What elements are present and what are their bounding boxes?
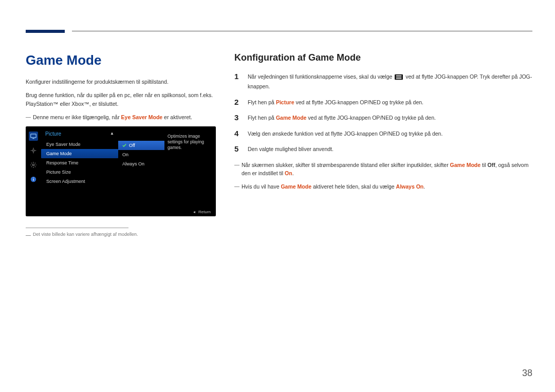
svg-rect-0 bbox=[31, 134, 36, 138]
restriction-note: Denne menu er ikke tilgængelig, når Eye … bbox=[26, 113, 216, 121]
left-arrow-icon: ◂ bbox=[193, 210, 195, 214]
image-disclaimer: Det viste billede kan variere afhængigt … bbox=[26, 231, 216, 238]
checkmark-icon bbox=[122, 143, 126, 147]
behavior-note-2: Hvis du vil have Game Mode aktiveret hel… bbox=[234, 182, 532, 191]
intro-paragraph-2: Brug denne funktion, når du spiller på e… bbox=[26, 91, 216, 108]
step-5: 5 Den valgte mulighed bliver anvendt. bbox=[234, 145, 532, 154]
svg-rect-6 bbox=[33, 178, 33, 178]
osd-value-off: Off bbox=[118, 141, 164, 150]
osd-return-label: Return bbox=[198, 210, 211, 214]
step-1: 1 Når vejledningen til funktionsknappern… bbox=[234, 72, 532, 91]
gear-icon bbox=[29, 160, 38, 170]
page-number: 38 bbox=[522, 368, 532, 379]
osd-item-eyesaver: Eye Saver Mode bbox=[41, 140, 118, 149]
osd-item-picsize: Picture Size bbox=[41, 167, 118, 177]
osd-item-screenadj: Screen Adjustment bbox=[41, 177, 118, 186]
header-rule bbox=[26, 30, 532, 37]
osd-preview: Picture ▲ Eye Saver Mode Game Mode Respo… bbox=[26, 126, 216, 216]
osd-description: Optimizes image settings for playing gam… bbox=[164, 129, 216, 216]
caption-divider bbox=[26, 228, 128, 228]
behavior-note-1: Når skærmen slukker, skifter til strømbe… bbox=[234, 161, 532, 178]
svg-point-2 bbox=[32, 150, 34, 152]
osd-item-gamemode: Game Mode bbox=[41, 149, 118, 158]
up-arrow-icon: ▲ bbox=[110, 131, 114, 137]
osd-item-response: Response Time bbox=[41, 158, 118, 167]
svg-rect-5 bbox=[33, 179, 33, 181]
step-2: 2 Flyt hen på Picture ved at flytte JOG-… bbox=[234, 98, 532, 107]
osd-category-header: Picture bbox=[45, 131, 61, 137]
menu-icon bbox=[395, 74, 403, 82]
step-4: 4 Vælg den ønskede funktion ved at flytt… bbox=[234, 129, 532, 138]
info-icon bbox=[29, 175, 38, 184]
svg-rect-8 bbox=[396, 76, 402, 76]
osd-value-on: On bbox=[118, 150, 164, 159]
step-3: 3 Flyt hen på Game Mode ved at flytte JO… bbox=[234, 114, 532, 122]
subsection-title: Konfiguration af Game Mode bbox=[234, 52, 532, 63]
target-icon bbox=[29, 146, 38, 155]
intro-paragraph-1: Konfigurer indstillingerne for produktsk… bbox=[26, 78, 216, 86]
picture-tab-icon bbox=[29, 132, 38, 141]
svg-point-3 bbox=[32, 164, 34, 166]
section-title: Game Mode bbox=[26, 52, 216, 68]
svg-rect-9 bbox=[396, 77, 402, 77]
osd-value-always: Always On bbox=[118, 159, 164, 169]
svg-rect-1 bbox=[32, 138, 34, 139]
svg-rect-10 bbox=[396, 78, 402, 79]
